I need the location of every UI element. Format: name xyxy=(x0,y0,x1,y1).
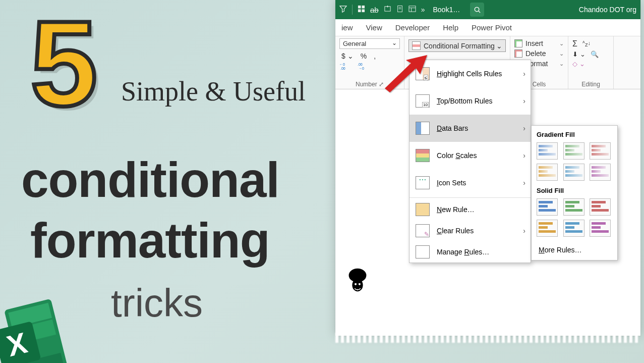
headline-word-1: conditional xyxy=(21,151,279,209)
strikethrough-icon[interactable]: ab xyxy=(370,6,379,14)
more-commands-icon[interactable]: » xyxy=(421,6,425,14)
menu-clear-rules[interactable]: Clear Rules › xyxy=(409,220,531,241)
conditional-formatting-button[interactable]: Conditional Formatting xyxy=(408,39,506,52)
delete-button[interactable]: Delete xyxy=(514,48,564,59)
data-bar-swatch[interactable] xyxy=(537,198,558,216)
insert-icon xyxy=(514,39,522,47)
decrease-decimal-button[interactable]: .00→0 xyxy=(358,62,371,71)
svg-rect-8 xyxy=(362,6,365,9)
ribbon-group-editing: ΣᴬZ↓ ⬇ ⌄🔍 ◇ ⌄ Editing xyxy=(568,36,614,89)
comma-button[interactable]: , xyxy=(372,51,378,61)
percent-button[interactable]: % xyxy=(359,51,369,61)
data-bar-swatch[interactable] xyxy=(590,220,611,237)
excel-logo-icon: X xyxy=(0,297,76,363)
autosum-button[interactable]: Σ xyxy=(572,39,577,48)
gallery-section-solid: Solid Fill xyxy=(537,187,612,194)
color-scales-icon xyxy=(416,149,430,162)
insert-row-icon[interactable] xyxy=(384,5,391,14)
chevron-right-icon: › xyxy=(523,97,525,105)
tab-view[interactable]: View xyxy=(366,23,382,32)
chevron-right-icon: › xyxy=(523,179,525,187)
ribbon-group-number: General $ ⌄ % , ←0.00 .00→0 Number ⤢ xyxy=(335,36,404,89)
svg-rect-9 xyxy=(358,9,361,12)
ribbon-tabs: iew View Developer Help Power Pivot xyxy=(335,19,640,36)
search-icon[interactable] xyxy=(470,3,484,17)
clear-rules-icon xyxy=(416,224,430,237)
insert-button[interactable]: Insert xyxy=(514,38,564,48)
svg-line-19 xyxy=(479,11,480,12)
workbook-title: Book1… xyxy=(433,6,460,14)
menu-top-bottom-rules[interactable]: Top/Bottom Rules › xyxy=(409,87,531,115)
menu-data-bars[interactable]: Data Bars › xyxy=(409,115,531,142)
new-rule-icon xyxy=(416,203,430,216)
find-icon[interactable]: 🔍 xyxy=(591,50,599,58)
svg-point-26 xyxy=(355,283,357,285)
grid-icon[interactable] xyxy=(358,5,365,14)
page-icon[interactable] xyxy=(396,5,403,14)
menu-color-scales[interactable]: Color Scales › xyxy=(409,142,531,169)
data-bar-swatch[interactable] xyxy=(563,164,584,181)
gallery-section-gradient: Gradient Fill xyxy=(537,131,612,138)
data-bar-swatch[interactable] xyxy=(563,220,584,237)
data-bars-gallery: Gradient Fill Solid Fill More Rules… xyxy=(531,125,618,261)
menu-highlight-cells-rules[interactable]: Highlight Cells Rules › xyxy=(409,60,531,87)
svg-point-18 xyxy=(475,7,479,11)
highlight-cells-icon xyxy=(416,67,430,80)
sort-filter-icon[interactable]: ᴬZ↓ xyxy=(582,40,591,47)
manage-rules-icon xyxy=(416,245,430,258)
data-bar-swatch[interactable] xyxy=(537,142,558,160)
chevron-right-icon: › xyxy=(523,151,525,160)
fill-button[interactable]: ⬇ ⌄ xyxy=(572,50,586,58)
data-bar-swatch[interactable] xyxy=(563,142,584,160)
number-format-select[interactable]: General xyxy=(339,38,400,49)
svg-text:←0: ←0 xyxy=(339,63,345,66)
menu-icon-sets[interactable]: Icon Sets › xyxy=(409,169,531,196)
data-bar-swatch[interactable] xyxy=(563,198,584,216)
clear-button[interactable]: ◇ ⌄ xyxy=(572,60,585,68)
group-label-editing: Editing xyxy=(572,80,609,88)
data-bar-swatch[interactable] xyxy=(590,198,611,216)
tab-review-partial[interactable]: iew xyxy=(341,23,353,32)
divider xyxy=(352,5,353,15)
svg-text:.00: .00 xyxy=(358,63,363,66)
conditional-formatting-menu: Highlight Cells Rules › Top/Bottom Rules… xyxy=(409,60,531,263)
tab-developer[interactable]: Developer xyxy=(395,23,430,32)
currency-button[interactable]: $ ⌄ xyxy=(339,51,356,61)
tab-help[interactable]: Help xyxy=(443,23,458,32)
headline-word-2: formatting xyxy=(30,212,270,269)
svg-text:.00: .00 xyxy=(340,67,345,70)
account-name: Chandoo DOT org xyxy=(579,6,636,14)
headline-word-3: tricks xyxy=(111,280,203,326)
svg-rect-15 xyxy=(409,6,416,12)
svg-rect-10 xyxy=(362,9,365,12)
subtitle-handwritten: Simple & Useful xyxy=(121,76,306,107)
data-bar-swatch[interactable] xyxy=(537,220,558,237)
data-bars-icon xyxy=(416,122,430,135)
increase-decimal-button[interactable]: ←0.00 xyxy=(339,62,353,71)
menu-new-rule[interactable]: New Rule… xyxy=(409,199,531,220)
big-number: 5 xyxy=(30,3,97,124)
svg-rect-7 xyxy=(358,6,361,9)
conditional-formatting-icon xyxy=(412,41,421,50)
icon-sets-icon xyxy=(416,176,430,189)
svg-point-27 xyxy=(359,283,361,285)
delete-icon xyxy=(514,49,522,58)
author-avatar-icon xyxy=(343,267,372,296)
group-label-number: Number ⤢ xyxy=(339,80,400,88)
excel-screenshot-panel: ab » Book1… Chandoo DOT org iew View Dev… xyxy=(335,0,640,336)
chevron-right-icon: › xyxy=(523,70,525,78)
chevron-right-icon: › xyxy=(523,227,525,235)
svg-text:→0: →0 xyxy=(359,67,364,70)
chevron-right-icon: › xyxy=(523,124,525,132)
tab-power-pivot[interactable]: Power Pivot xyxy=(472,23,512,32)
data-bar-swatch[interactable] xyxy=(537,164,558,181)
filter-icon[interactable] xyxy=(339,5,347,14)
menu-manage-rules[interactable]: Manage Rules… xyxy=(409,241,531,263)
title-bar: ab » Book1… Chandoo DOT org xyxy=(335,0,640,19)
data-bar-swatch[interactable] xyxy=(590,164,611,181)
more-rules-link[interactable]: More Rules… xyxy=(537,243,612,255)
top-bottom-icon xyxy=(416,94,430,108)
data-bar-swatch[interactable] xyxy=(590,142,611,160)
layout-icon[interactable] xyxy=(408,5,416,14)
